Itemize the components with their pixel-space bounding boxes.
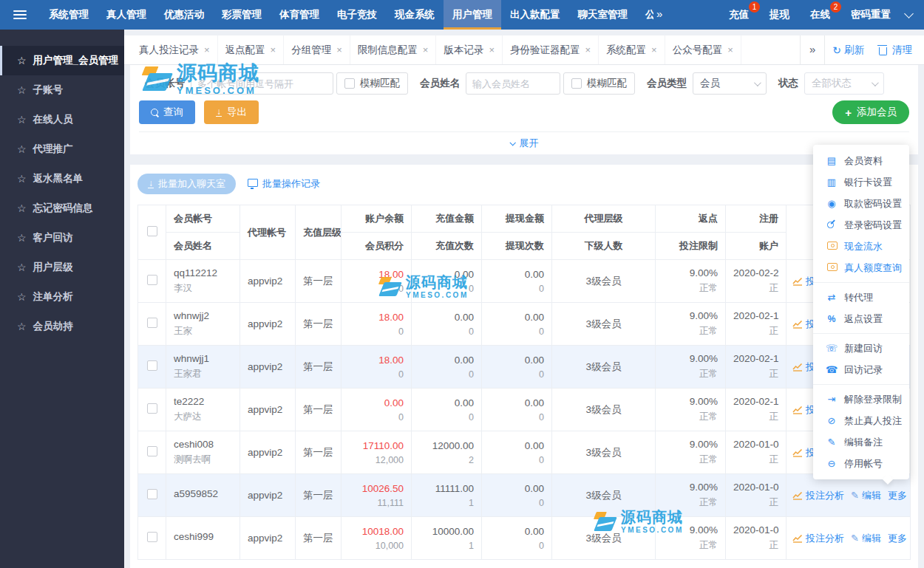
- sidebar-item-customer-followup[interactable]: ☆ 客户回访: [0, 223, 124, 253]
- tab-version-records[interactable]: 版本记录 ×: [436, 35, 503, 64]
- row-checkbox[interactable]: [147, 403, 157, 414]
- select-all-checkbox[interactable]: [147, 226, 157, 236]
- batch-operation-log-link[interactable]: 批量操作记录: [248, 177, 320, 191]
- bet-analysis-link[interactable]: 投注分析: [792, 532, 844, 545]
- edit-link[interactable]: ✎ 编辑: [851, 489, 881, 502]
- add-member-button[interactable]: + 添加会员: [832, 100, 909, 124]
- recharge-level: 第一层: [303, 318, 333, 331]
- nav-item-lottery[interactable]: 彩票管理: [213, 0, 271, 30]
- clean-button[interactable]: 清理: [872, 44, 920, 57]
- close-icon[interactable]: ×: [651, 44, 657, 55]
- row-checkbox[interactable]: [147, 275, 157, 285]
- nav-overflow-icon[interactable]: »: [653, 0, 665, 30]
- nav-item-users[interactable]: 用户管理: [444, 0, 501, 30]
- fuzzy-match-checkbox[interactable]: [571, 78, 582, 89]
- menu-item-label: 会员资料: [844, 154, 883, 168]
- filter-row: 会员帐号 模糊匹配 会员姓名 模糊匹配 会员类型 会员 状态 全部状态: [139, 72, 909, 95]
- nav-item-announcement[interactable]: 公告管理: [636, 0, 653, 30]
- export-button[interactable]: ↓ 导出: [204, 100, 259, 124]
- quick-link-online[interactable]: 在线 2: [800, 0, 840, 30]
- row-checkbox[interactable]: [147, 318, 157, 328]
- bet-analysis-link[interactable]: 投注分析: [792, 489, 844, 502]
- nav-item-esports[interactable]: 电子竞技: [328, 0, 386, 30]
- nav-item-cash[interactable]: 现金系统: [386, 0, 444, 30]
- menu-item-cash-flow[interactable]: 现金流水: [813, 236, 909, 257]
- account-status: 正: [733, 368, 778, 380]
- quick-link-deposit[interactable]: 充值 1: [719, 0, 759, 30]
- sidebar-item-bet-analysis[interactable]: ☆ 注单分析: [0, 282, 124, 312]
- nav-item-system[interactable]: 系统管理: [40, 0, 98, 30]
- close-icon[interactable]: ×: [585, 44, 591, 55]
- nav-item-sports[interactable]: 体育管理: [271, 0, 328, 30]
- row-checkbox[interactable]: [147, 489, 157, 499]
- close-icon[interactable]: ×: [204, 44, 210, 55]
- tab-authenticator-config[interactable]: 身份验证器配置 ×: [503, 35, 599, 64]
- withdraw-count: 0: [489, 541, 544, 551]
- close-icon[interactable]: ×: [727, 44, 733, 55]
- menu-item-live-quota-query[interactable]: 真人额度查询: [813, 257, 909, 278]
- nav-item-payments[interactable]: 出入款配置: [501, 0, 569, 30]
- sidebar-item-user-levels[interactable]: ☆ 用户层级: [0, 253, 124, 282]
- chart-line-icon: [792, 363, 803, 372]
- tab-overflow-icon[interactable]: »: [800, 35, 825, 64]
- edit-link[interactable]: ✎ 编辑: [851, 532, 881, 545]
- sidebar-item-member-management[interactable]: ☆ 用户管理_会员管理: [0, 46, 124, 75]
- chevron-down-icon[interactable]: [904, 9, 914, 18]
- row-checkbox[interactable]: [147, 446, 157, 456]
- close-icon[interactable]: ×: [423, 44, 429, 55]
- tab-official-account-config[interactable]: 公众号配置 ×: [665, 35, 741, 64]
- search-button[interactable]: 查询: [139, 100, 195, 124]
- menu-item-new-followup[interactable]: ☏ 新建回访: [813, 338, 909, 359]
- row-checkbox[interactable]: [147, 532, 157, 542]
- tab-restricted-info-config[interactable]: 限制信息配置 ×: [350, 35, 437, 64]
- close-icon[interactable]: ×: [271, 44, 276, 55]
- more-link[interactable]: 更多: [888, 532, 911, 545]
- withdraw-amount: 0.00: [489, 397, 544, 408]
- quick-link-withdraw[interactable]: 提现: [759, 0, 800, 30]
- menu-item-edit-note[interactable]: ✎ 编辑备注: [813, 431, 909, 453]
- fuzzy-match-account[interactable]: 模糊匹配: [336, 72, 408, 95]
- menu-item-bank-card-settings[interactable]: ▥ 银行卡设置: [813, 171, 909, 193]
- chart-line-icon: [792, 534, 803, 543]
- menu-item-remove-login-limit[interactable]: ⇥ 解除登录限制: [813, 389, 909, 410]
- fuzzy-match-name[interactable]: 模糊匹配: [563, 72, 635, 95]
- nav-item-live[interactable]: 真人管理: [98, 0, 155, 30]
- tab-rebate-config[interactable]: 返点配置 ×: [218, 35, 285, 64]
- member-account-input[interactable]: [191, 72, 333, 95]
- menu-item-followup-records[interactable]: ☎ 回访记录: [813, 359, 909, 380]
- expand-toggle[interactable]: 展开: [139, 131, 909, 154]
- menu-item-member-profile[interactable]: ▤ 会员资料: [813, 150, 909, 171]
- refresh-button[interactable]: ↻ 刷新: [825, 44, 872, 57]
- nav-item-chatroom[interactable]: 聊天室管理: [569, 0, 637, 30]
- menu-item-rebate-settings[interactable]: % 返点设置: [813, 308, 909, 329]
- chart-line-icon: [792, 406, 803, 414]
- row-checkbox[interactable]: [147, 360, 157, 371]
- menu-item-label: 回访记录: [844, 363, 883, 377]
- sidebar-item-online-users[interactable]: ☆ 在线人员: [0, 105, 124, 134]
- sidebar-item-member-hijack[interactable]: ☆ 会员劫持: [0, 312, 124, 341]
- table-row: whnwjj2 王家 appvip2 第一层 18.00 0 0.00 0 0.…: [138, 303, 911, 346]
- menu-item-transfer-agent[interactable]: ⇄ 转代理: [813, 287, 909, 308]
- sidebar-item-sub-account[interactable]: ☆ 子账号: [0, 75, 124, 105]
- fuzzy-match-checkbox[interactable]: [344, 78, 355, 89]
- tab-live-bet-records[interactable]: 真人投注记录 ×: [132, 35, 218, 64]
- hamburger-menu-icon[interactable]: [0, 0, 40, 30]
- sidebar-item-forgot-password[interactable]: ☆ 忘记密码信息: [0, 194, 124, 223]
- status-select[interactable]: 全部状态: [804, 72, 884, 95]
- close-icon[interactable]: ×: [336, 44, 342, 55]
- quick-link-password-reset[interactable]: 密码重置: [840, 0, 901, 30]
- close-icon[interactable]: ×: [489, 44, 495, 55]
- tab-group-management[interactable]: 分组管理 ×: [284, 35, 350, 64]
- tab-system-config[interactable]: 系统配置 ×: [599, 35, 665, 64]
- member-type-select[interactable]: 会员: [693, 72, 767, 95]
- menu-item-login-password[interactable]: 登录密码设置: [813, 214, 909, 236]
- menu-item-disable-account[interactable]: ⊖ 停用帐号: [813, 453, 909, 474]
- sidebar-item-agent-promotion[interactable]: ☆ 代理推广: [0, 134, 124, 164]
- menu-item-withdraw-password[interactable]: ◉ 取款密码设置: [813, 193, 909, 214]
- more-link[interactable]: 更多: [888, 489, 911, 502]
- nav-item-promo[interactable]: 优惠活动: [155, 0, 213, 30]
- sidebar-item-rebate-blacklist[interactable]: ☆ 返水黑名单: [0, 164, 124, 194]
- menu-item-forbid-live-betting[interactable]: ⊘ 禁止真人投注: [813, 410, 909, 431]
- member-name-input[interactable]: [466, 72, 560, 95]
- batch-join-chat-button[interactable]: ↓ 批量加入聊天室: [137, 174, 236, 194]
